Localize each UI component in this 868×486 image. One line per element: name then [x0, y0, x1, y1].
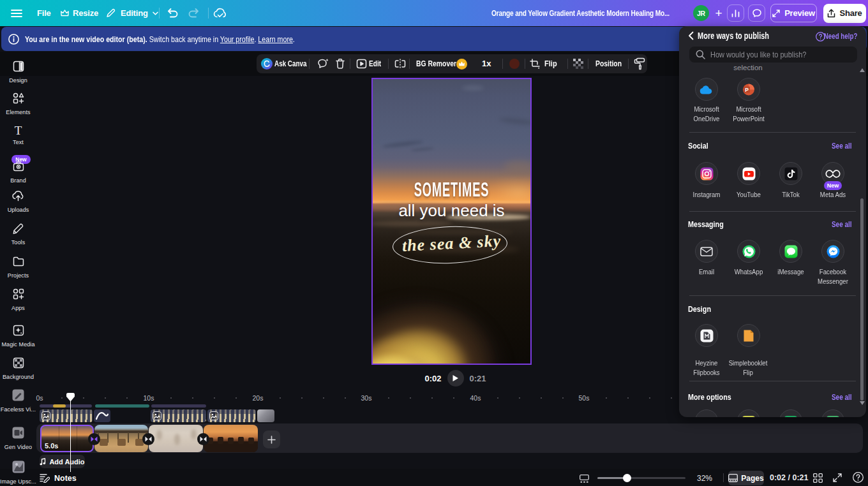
svg-text:P: P	[745, 86, 749, 92]
